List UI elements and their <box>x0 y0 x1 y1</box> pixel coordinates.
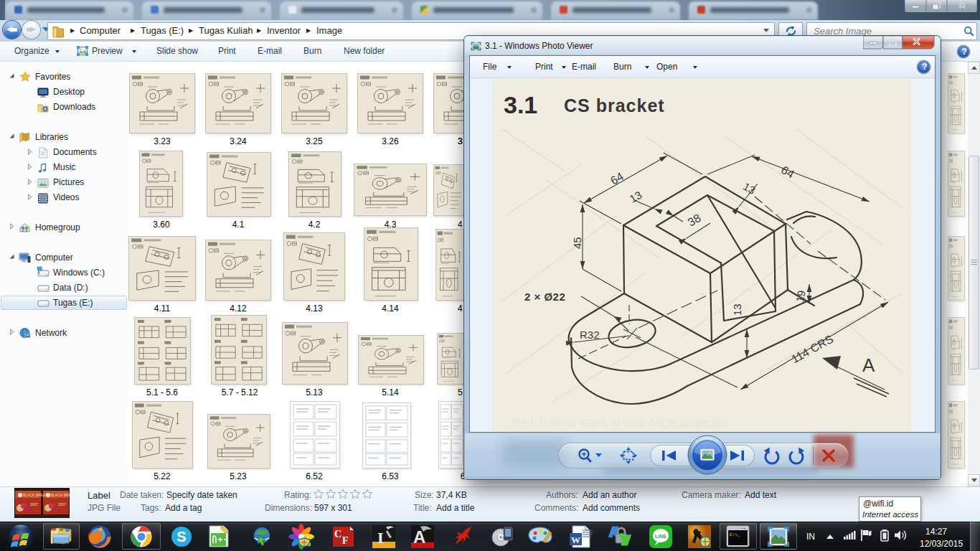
svg-text:13: 13 <box>628 189 644 205</box>
svg-text:S: S <box>176 529 186 545</box>
svg-text:C: C <box>334 529 341 540</box>
svg-text:the following views in third-a: the following views in third-angle proje… <box>502 416 749 428</box>
svg-text:38: 38 <box>686 212 703 229</box>
svg-text:A: A <box>862 354 875 376</box>
svg-text:I: I <box>377 529 384 547</box>
svg-text:2007: 2007 <box>30 502 38 507</box>
svg-text:3.1: 3.1 <box>504 91 537 118</box>
svg-text:LINE: LINE <box>655 534 666 539</box>
svg-text:R32: R32 <box>580 329 600 341</box>
svg-text:BLACK BREAD: BLACK BREAD <box>23 493 48 497</box>
svg-text:2007: 2007 <box>58 502 66 507</box>
svg-text:F: F <box>342 535 349 546</box>
svg-text:13: 13 <box>731 303 743 316</box>
svg-text:45: 45 <box>571 237 583 249</box>
svg-text:19: 19 <box>793 289 808 303</box>
svg-text:W: W <box>571 534 580 545</box>
svg-text:64: 64 <box>779 164 796 181</box>
svg-text:BLACK BREAD: BLACK BREAD <box>51 493 70 497</box>
svg-text:2 × Ø22: 2 × Ø22 <box>524 291 565 303</box>
svg-text:64: 64 <box>608 170 626 187</box>
svg-text:CS bracket: CS bracket <box>564 95 665 116</box>
svg-text:C:\_: C:\_ <box>730 532 740 537</box>
svg-text:13: 13 <box>741 180 758 197</box>
svg-text:A: A <box>413 527 425 547</box>
